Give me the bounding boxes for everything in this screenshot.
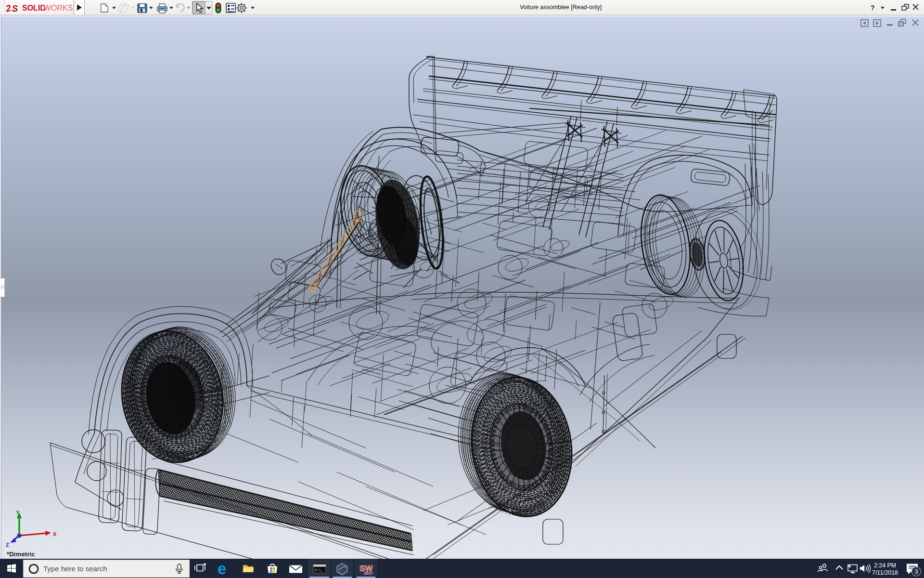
svg-text:S: S [12, 4, 18, 13]
svg-text:?: ? [871, 4, 875, 12]
svg-text:2: 2 [4, 3, 13, 14]
svg-text:C:\_: C:\_ [315, 568, 323, 572]
svg-text:2:24 PM: 2:24 PM [874, 562, 896, 569]
svg-text:2017: 2017 [364, 571, 373, 576]
svg-text:X: X [53, 531, 57, 537]
svg-text:7/11/2018: 7/11/2018 [872, 569, 898, 576]
svg-text:e: e [218, 560, 226, 578]
svg-text:Z: Z [6, 542, 9, 548]
svg-text:Y: Y [16, 510, 20, 515]
svg-text:WORKS: WORKS [44, 4, 73, 12]
svg-text:3: 3 [915, 568, 918, 575]
svg-text:SOLID: SOLID [22, 4, 46, 12]
